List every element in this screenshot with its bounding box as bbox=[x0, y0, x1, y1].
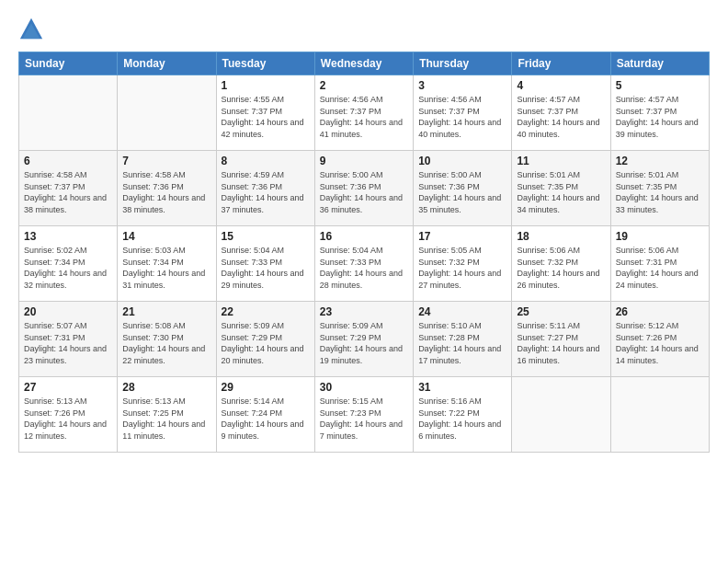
day-info: Sunrise: 4:59 AM Sunset: 7:36 PM Dayligh… bbox=[222, 169, 310, 215]
day-info: Sunrise: 5:13 AM Sunset: 7:26 PM Dayligh… bbox=[24, 396, 112, 442]
day-number: 7 bbox=[122, 155, 210, 167]
weekday-tuesday: Tuesday bbox=[216, 52, 314, 75]
day-number: 29 bbox=[222, 381, 310, 394]
day-number: 18 bbox=[517, 230, 605, 243]
header bbox=[18, 17, 710, 42]
week-row-3: 20Sunrise: 5:07 AM Sunset: 7:31 PM Dayli… bbox=[19, 302, 710, 377]
calendar-cell: 5Sunrise: 4:57 AM Sunset: 7:37 PM Daylig… bbox=[610, 75, 709, 151]
calendar-cell: 1Sunrise: 4:55 AM Sunset: 7:37 PM Daylig… bbox=[216, 75, 314, 151]
calendar-cell bbox=[19, 75, 118, 151]
week-row-2: 13Sunrise: 5:02 AM Sunset: 7:34 PM Dayli… bbox=[19, 226, 710, 302]
day-info: Sunrise: 5:06 AM Sunset: 7:32 PM Dayligh… bbox=[517, 245, 605, 291]
calendar-cell: 4Sunrise: 4:57 AM Sunset: 7:37 PM Daylig… bbox=[512, 75, 610, 151]
calendar-cell: 16Sunrise: 5:04 AM Sunset: 7:33 PM Dayli… bbox=[314, 226, 413, 302]
day-info: Sunrise: 5:09 AM Sunset: 7:29 PM Dayligh… bbox=[320, 320, 408, 366]
day-info: Sunrise: 4:57 AM Sunset: 7:37 PM Dayligh… bbox=[616, 94, 704, 140]
day-info: Sunrise: 5:05 AM Sunset: 7:32 PM Dayligh… bbox=[418, 245, 506, 291]
day-number: 8 bbox=[222, 155, 310, 167]
day-info: Sunrise: 5:02 AM Sunset: 7:34 PM Dayligh… bbox=[24, 245, 112, 291]
day-number: 3 bbox=[418, 79, 506, 92]
day-number: 19 bbox=[616, 230, 704, 243]
day-info: Sunrise: 5:08 AM Sunset: 7:30 PM Dayligh… bbox=[122, 320, 210, 366]
calendar-cell: 12Sunrise: 5:01 AM Sunset: 7:35 PM Dayli… bbox=[610, 151, 709, 226]
calendar-cell: 31Sunrise: 5:16 AM Sunset: 7:22 PM Dayli… bbox=[414, 377, 512, 453]
calendar-cell: 10Sunrise: 5:00 AM Sunset: 7:36 PM Dayli… bbox=[414, 151, 512, 226]
page: SundayMondayTuesdayWednesdayThursdayFrid… bbox=[0, 0, 728, 563]
day-info: Sunrise: 5:04 AM Sunset: 7:33 PM Dayligh… bbox=[222, 245, 310, 291]
day-info: Sunrise: 5:01 AM Sunset: 7:35 PM Dayligh… bbox=[616, 169, 704, 215]
calendar-cell: 28Sunrise: 5:13 AM Sunset: 7:25 PM Dayli… bbox=[118, 377, 216, 453]
day-number: 28 bbox=[122, 381, 210, 394]
day-number: 26 bbox=[616, 305, 704, 318]
calendar-cell: 18Sunrise: 5:06 AM Sunset: 7:32 PM Dayli… bbox=[512, 226, 610, 302]
day-number: 22 bbox=[222, 305, 310, 318]
day-info: Sunrise: 4:57 AM Sunset: 7:37 PM Dayligh… bbox=[517, 94, 605, 140]
calendar-cell: 25Sunrise: 5:11 AM Sunset: 7:27 PM Dayli… bbox=[512, 302, 610, 377]
day-number: 20 bbox=[24, 305, 112, 318]
calendar-cell: 22Sunrise: 5:09 AM Sunset: 7:29 PM Dayli… bbox=[216, 302, 314, 377]
day-info: Sunrise: 5:00 AM Sunset: 7:36 PM Dayligh… bbox=[320, 169, 408, 215]
day-info: Sunrise: 5:10 AM Sunset: 7:28 PM Dayligh… bbox=[418, 320, 506, 366]
day-number: 12 bbox=[616, 155, 704, 167]
day-info: Sunrise: 5:11 AM Sunset: 7:27 PM Dayligh… bbox=[517, 320, 605, 366]
day-number: 31 bbox=[418, 381, 506, 394]
day-info: Sunrise: 5:07 AM Sunset: 7:31 PM Dayligh… bbox=[24, 320, 112, 366]
calendar-cell: 20Sunrise: 5:07 AM Sunset: 7:31 PM Dayli… bbox=[19, 302, 118, 377]
day-info: Sunrise: 5:03 AM Sunset: 7:34 PM Dayligh… bbox=[122, 245, 210, 291]
day-info: Sunrise: 5:09 AM Sunset: 7:29 PM Dayligh… bbox=[222, 320, 310, 366]
calendar-cell: 9Sunrise: 5:00 AM Sunset: 7:36 PM Daylig… bbox=[314, 151, 413, 226]
weekday-sunday: Sunday bbox=[19, 52, 118, 75]
day-number: 6 bbox=[24, 155, 112, 167]
day-info: Sunrise: 5:04 AM Sunset: 7:33 PM Dayligh… bbox=[320, 245, 408, 291]
logo bbox=[18, 17, 48, 42]
calendar-cell: 17Sunrise: 5:05 AM Sunset: 7:32 PM Dayli… bbox=[414, 226, 512, 302]
day-info: Sunrise: 4:58 AM Sunset: 7:37 PM Dayligh… bbox=[24, 169, 112, 215]
calendar-cell: 14Sunrise: 5:03 AM Sunset: 7:34 PM Dayli… bbox=[118, 226, 216, 302]
day-info: Sunrise: 5:15 AM Sunset: 7:23 PM Dayligh… bbox=[320, 396, 408, 442]
calendar-cell: 23Sunrise: 5:09 AM Sunset: 7:29 PM Dayli… bbox=[314, 302, 413, 377]
day-number: 2 bbox=[320, 79, 408, 92]
week-row-4: 27Sunrise: 5:13 AM Sunset: 7:26 PM Dayli… bbox=[19, 377, 710, 453]
day-info: Sunrise: 4:58 AM Sunset: 7:36 PM Dayligh… bbox=[122, 169, 210, 215]
calendar-cell: 21Sunrise: 5:08 AM Sunset: 7:30 PM Dayli… bbox=[118, 302, 216, 377]
weekday-monday: Monday bbox=[118, 52, 216, 75]
weekday-header-row: SundayMondayTuesdayWednesdayThursdayFrid… bbox=[19, 52, 710, 75]
calendar-cell: 15Sunrise: 5:04 AM Sunset: 7:33 PM Dayli… bbox=[216, 226, 314, 302]
calendar-cell: 30Sunrise: 5:15 AM Sunset: 7:23 PM Dayli… bbox=[314, 377, 413, 453]
logo-icon bbox=[18, 17, 44, 42]
calendar-cell bbox=[512, 377, 610, 453]
week-row-0: 1Sunrise: 4:55 AM Sunset: 7:37 PM Daylig… bbox=[19, 75, 710, 151]
calendar-cell: 29Sunrise: 5:14 AM Sunset: 7:24 PM Dayli… bbox=[216, 377, 314, 453]
day-number: 9 bbox=[320, 155, 408, 167]
day-number: 10 bbox=[418, 155, 506, 167]
calendar-table: SundayMondayTuesdayWednesdayThursdayFrid… bbox=[18, 52, 710, 453]
day-number: 13 bbox=[24, 230, 112, 243]
day-info: Sunrise: 5:13 AM Sunset: 7:25 PM Dayligh… bbox=[122, 396, 210, 442]
day-number: 11 bbox=[517, 155, 605, 167]
calendar-cell: 7Sunrise: 4:58 AM Sunset: 7:36 PM Daylig… bbox=[118, 151, 216, 226]
day-number: 30 bbox=[320, 381, 408, 394]
calendar-cell: 19Sunrise: 5:06 AM Sunset: 7:31 PM Dayli… bbox=[610, 226, 709, 302]
day-number: 14 bbox=[122, 230, 210, 243]
calendar-cell bbox=[118, 75, 216, 151]
day-number: 17 bbox=[418, 230, 506, 243]
day-number: 16 bbox=[320, 230, 408, 243]
day-info: Sunrise: 5:12 AM Sunset: 7:26 PM Dayligh… bbox=[616, 320, 704, 366]
day-info: Sunrise: 5:16 AM Sunset: 7:22 PM Dayligh… bbox=[418, 396, 506, 442]
day-number: 25 bbox=[517, 305, 605, 318]
day-number: 4 bbox=[517, 79, 605, 92]
week-row-1: 6Sunrise: 4:58 AM Sunset: 7:37 PM Daylig… bbox=[19, 151, 710, 226]
calendar-cell: 2Sunrise: 4:56 AM Sunset: 7:37 PM Daylig… bbox=[314, 75, 413, 151]
day-number: 23 bbox=[320, 305, 408, 318]
day-number: 27 bbox=[24, 381, 112, 394]
calendar-cell: 11Sunrise: 5:01 AM Sunset: 7:35 PM Dayli… bbox=[512, 151, 610, 226]
day-info: Sunrise: 4:55 AM Sunset: 7:37 PM Dayligh… bbox=[222, 94, 310, 140]
day-info: Sunrise: 5:14 AM Sunset: 7:24 PM Dayligh… bbox=[222, 396, 310, 442]
day-info: Sunrise: 5:00 AM Sunset: 7:36 PM Dayligh… bbox=[418, 169, 506, 215]
calendar-cell: 26Sunrise: 5:12 AM Sunset: 7:26 PM Dayli… bbox=[610, 302, 709, 377]
calendar-cell: 3Sunrise: 4:56 AM Sunset: 7:37 PM Daylig… bbox=[414, 75, 512, 151]
calendar-cell: 24Sunrise: 5:10 AM Sunset: 7:28 PM Dayli… bbox=[414, 302, 512, 377]
day-number: 24 bbox=[418, 305, 506, 318]
day-info: Sunrise: 5:01 AM Sunset: 7:35 PM Dayligh… bbox=[517, 169, 605, 215]
day-number: 15 bbox=[222, 230, 310, 243]
